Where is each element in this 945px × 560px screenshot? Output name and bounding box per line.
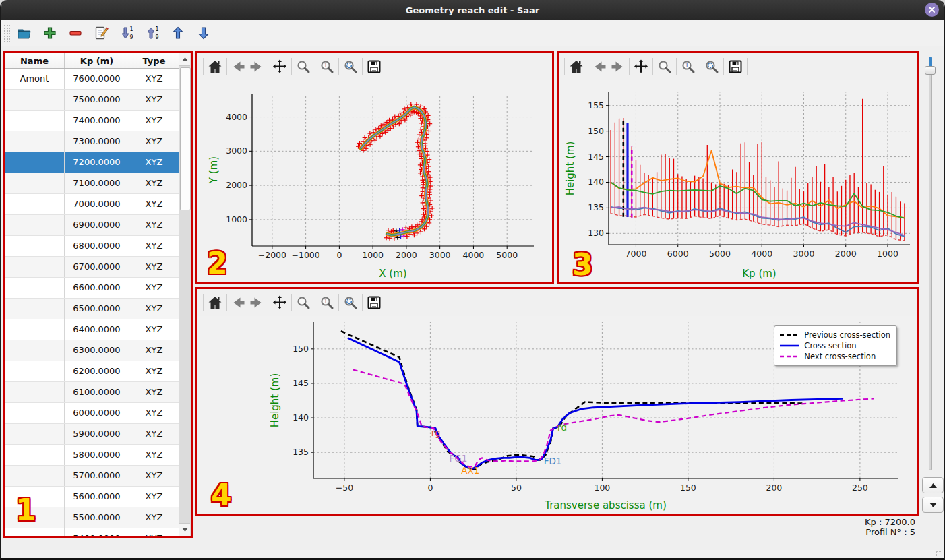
table-cell[interactable] bbox=[5, 340, 65, 361]
table-cell[interactable]: XYZ bbox=[129, 340, 179, 361]
table-cell[interactable]: 6900.0000 bbox=[65, 215, 129, 235]
table-row[interactable]: 6900.0000XYZ bbox=[5, 215, 179, 236]
open-folder-icon[interactable] bbox=[16, 24, 33, 42]
table-cell[interactable]: 7500.0000 bbox=[65, 90, 129, 110]
pan-icon[interactable] bbox=[271, 58, 288, 75]
table-cell[interactable]: XYZ bbox=[129, 194, 179, 214]
save-icon[interactable] bbox=[365, 58, 383, 75]
table-cell[interactable]: XYZ bbox=[129, 299, 179, 319]
table-cell[interactable] bbox=[5, 487, 65, 507]
slider-track[interactable] bbox=[929, 57, 932, 470]
zoom-icon[interactable] bbox=[295, 58, 312, 75]
table-cell[interactable]: XYZ bbox=[129, 236, 179, 256]
table-cell[interactable] bbox=[5, 382, 65, 402]
move-up-icon[interactable] bbox=[169, 24, 187, 42]
table-cell[interactable]: XYZ bbox=[129, 382, 179, 402]
table-cell[interactable]: 7200.0000 bbox=[65, 152, 129, 173]
table-cell[interactable] bbox=[5, 507, 65, 528]
table-row[interactable]: 6800.0000XYZ bbox=[5, 236, 179, 257]
table-cell[interactable]: XYZ bbox=[129, 173, 179, 193]
table-cell[interactable]: 7000.0000 bbox=[65, 194, 129, 214]
table-row[interactable]: 6000.0000XYZ bbox=[5, 403, 179, 424]
table-row[interactable]: 6600.0000XYZ bbox=[5, 278, 179, 299]
back-icon[interactable] bbox=[230, 294, 247, 311]
pan-icon[interactable] bbox=[271, 294, 288, 311]
zoom-selection-icon[interactable] bbox=[342, 58, 359, 75]
zoom-one-icon[interactable]: 1 bbox=[679, 58, 697, 75]
table-scrollbar[interactable] bbox=[179, 53, 191, 536]
plan-view-chart[interactable]: −2000−1000010002000300040005000100020003… bbox=[197, 80, 552, 282]
table-row[interactable]: 7100.0000XYZ bbox=[5, 173, 179, 194]
table-cell[interactable]: 6500.0000 bbox=[65, 299, 129, 319]
table-cell[interactable] bbox=[5, 194, 65, 214]
table-cell[interactable]: 6200.0000 bbox=[65, 361, 129, 381]
resize-grip[interactable] bbox=[934, 549, 942, 557]
home-icon[interactable] bbox=[568, 58, 585, 75]
table-row[interactable]: 5900.0000XYZ bbox=[5, 424, 179, 445]
sort-down-icon[interactable]: 19 bbox=[118, 24, 135, 42]
slider-handle[interactable] bbox=[925, 66, 936, 75]
table-cell[interactable]: XYZ bbox=[129, 131, 179, 152]
table-cell[interactable]: 5700.0000 bbox=[65, 466, 129, 486]
table-row[interactable]: 6500.0000XYZ bbox=[5, 299, 179, 319]
table-cell[interactable]: 6400.0000 bbox=[65, 319, 129, 340]
add-icon[interactable] bbox=[41, 24, 59, 42]
table-cell[interactable]: 5400.0000 bbox=[65, 528, 129, 538]
scroll-up-button[interactable] bbox=[179, 53, 190, 66]
scroll-down-button[interactable] bbox=[179, 523, 190, 536]
close-button[interactable] bbox=[925, 3, 939, 17]
table-cell[interactable]: XYZ bbox=[129, 507, 179, 528]
table-cell[interactable] bbox=[5, 257, 65, 277]
table-row[interactable]: 6300.0000XYZ bbox=[5, 340, 179, 361]
table-cell[interactable]: 6600.0000 bbox=[65, 278, 129, 298]
table-cell[interactable] bbox=[5, 319, 65, 340]
table-row[interactable]: 7400.0000XYZ bbox=[5, 111, 179, 131]
table-cell[interactable] bbox=[5, 236, 65, 256]
forward-icon[interactable] bbox=[247, 58, 265, 75]
table-cell[interactable]: 7100.0000 bbox=[65, 173, 129, 193]
table-cell[interactable]: 5900.0000 bbox=[65, 424, 129, 444]
table-cell[interactable]: XYZ bbox=[129, 528, 179, 538]
pan-icon[interactable] bbox=[632, 58, 650, 75]
table-cell[interactable] bbox=[5, 466, 65, 486]
table-row[interactable]: 7200.0000XYZ bbox=[5, 152, 179, 173]
table-cell[interactable] bbox=[5, 131, 65, 152]
table-cell[interactable]: XYZ bbox=[129, 466, 179, 486]
table-cell[interactable] bbox=[5, 403, 65, 423]
move-down-icon[interactable] bbox=[195, 24, 212, 42]
toolbar-drag-handle[interactable] bbox=[3, 24, 10, 42]
table-cell[interactable] bbox=[5, 215, 65, 235]
table-cell[interactable]: 7300.0000 bbox=[65, 131, 129, 152]
remove-icon[interactable] bbox=[67, 24, 84, 42]
table-row[interactable]: 5500.0000XYZ bbox=[5, 507, 179, 528]
table-cell[interactable]: XYZ bbox=[129, 257, 179, 277]
table-row[interactable]: 6200.0000XYZ bbox=[5, 361, 179, 382]
table-cell[interactable]: 7400.0000 bbox=[65, 111, 129, 131]
table-row[interactable]: Amont7600.0000XYZ bbox=[5, 69, 179, 90]
table-cell[interactable]: 6000.0000 bbox=[65, 403, 129, 423]
zoom-icon[interactable] bbox=[656, 58, 673, 75]
table-row[interactable]: 5700.0000XYZ bbox=[5, 466, 179, 487]
profile-up-button[interactable] bbox=[922, 477, 944, 493]
table-cell[interactable]: 6700.0000 bbox=[65, 257, 129, 277]
table-cell[interactable]: XYZ bbox=[129, 403, 179, 423]
table-cell[interactable]: 5800.0000 bbox=[65, 445, 129, 465]
table-cell[interactable]: XYZ bbox=[129, 278, 179, 298]
edit-icon[interactable] bbox=[92, 24, 110, 42]
save-icon[interactable] bbox=[365, 294, 383, 311]
table-row[interactable]: 5800.0000XYZ bbox=[5, 445, 179, 466]
table-cell[interactable] bbox=[5, 361, 65, 381]
table-cell[interactable]: XYZ bbox=[129, 487, 179, 507]
table-cell[interactable]: XYZ bbox=[129, 361, 179, 381]
home-icon[interactable] bbox=[206, 294, 224, 311]
table-cell[interactable]: 6300.0000 bbox=[65, 340, 129, 361]
table-cell[interactable]: XYZ bbox=[129, 111, 179, 131]
table-row[interactable]: 6700.0000XYZ bbox=[5, 257, 179, 278]
profile-slider[interactable] bbox=[924, 57, 936, 470]
table-cell[interactable]: XYZ bbox=[129, 445, 179, 465]
table-row[interactable]: 7000.0000XYZ bbox=[5, 194, 179, 215]
profile-down-button[interactable] bbox=[922, 497, 944, 513]
table-cell[interactable] bbox=[5, 173, 65, 193]
table-row[interactable]: 5600.0000XYZ bbox=[5, 487, 179, 507]
back-icon[interactable] bbox=[591, 58, 609, 75]
